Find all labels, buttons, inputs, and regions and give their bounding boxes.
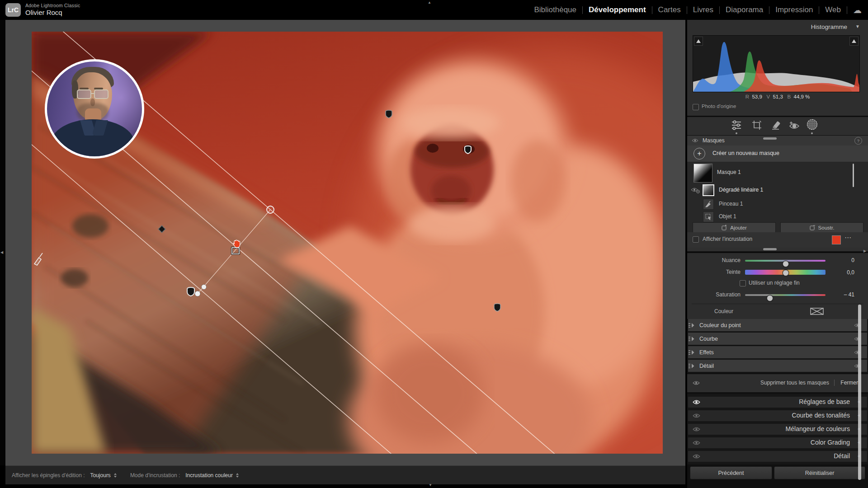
masks-panel-title: Masques: [703, 137, 725, 144]
module-livres[interactable]: Livres: [693, 5, 713, 14]
nav-separator: [652, 6, 652, 14]
panel-eye-icon[interactable]: [693, 440, 700, 446]
red-eye-tool-icon[interactable]: [788, 120, 800, 131]
panel-color-grading[interactable]: Color Grading ◄: [688, 437, 867, 448]
module-cartes[interactable]: Cartes: [658, 5, 681, 14]
brush-component-icon[interactable]: [703, 199, 714, 210]
highlight-clipping-indicator[interactable]: [849, 37, 859, 46]
subpanel-couleur-du-point[interactable]: Couleur du point: [688, 319, 867, 331]
tool-strip: [687, 117, 868, 136]
previous-button[interactable]: Précédent: [690, 466, 772, 479]
module-web[interactable]: Web: [825, 5, 841, 14]
object-select-component-icon[interactable]: [703, 211, 714, 222]
mask-component-label[interactable]: Objet 1: [719, 213, 736, 220]
mask-component-label[interactable]: Pinceau 1: [719, 201, 743, 207]
mask-subpanels: Couleur du point Courbe Effets: [687, 319, 868, 373]
saturation-slider-thumb[interactable]: [767, 295, 773, 301]
right-panel-collapse-icon[interactable]: ▶: [863, 249, 866, 253]
masks-panel-header[interactable]: Masques ?: [687, 136, 868, 145]
module-impression[interactable]: Impression: [775, 5, 813, 14]
fine-adjust-checkbox[interactable]: [740, 280, 746, 286]
panel-eye-icon[interactable]: [693, 454, 700, 459]
panel-eye-icon-on[interactable]: [693, 399, 700, 405]
overlay-eye-icon[interactable]: [693, 380, 700, 385]
mask-pin[interactable]: [187, 287, 194, 296]
crop-tool-icon[interactable]: [751, 120, 762, 131]
webcam-overlay: [45, 59, 144, 159]
mask-adjustments: Nuance 0 Teinte 0,0 Utiliser un réglage …: [687, 252, 868, 319]
dropdown-stepper-icon[interactable]: [114, 473, 117, 478]
module-developpement[interactable]: Développement: [589, 5, 646, 14]
shadow-clipping-indicator[interactable]: [694, 37, 703, 46]
masks-list-scrollbar[interactable]: [853, 164, 854, 187]
panel-eye-icon[interactable]: [693, 427, 700, 432]
panel-detail[interactable]: Détail ◄: [688, 451, 867, 462]
close-masks-button[interactable]: Fermer: [840, 380, 858, 386]
reset-button[interactable]: Réinitialiser: [774, 466, 865, 479]
develop-canvas: [5, 20, 685, 465]
delete-all-masks-button[interactable]: Supprimer tous les masques: [760, 380, 829, 386]
mask-pin[interactable]: [494, 304, 500, 311]
subpanel-detail[interactable]: Détail: [688, 360, 867, 372]
teinte-slider-track[interactable]: [745, 270, 826, 275]
mask-component-thumbnail-selected[interactable]: [703, 184, 714, 196]
create-mask-plus-icon[interactable]: +: [693, 148, 705, 160]
original-photo-checkbox[interactable]: [693, 104, 699, 110]
right-panel-scrollbar[interactable]: [858, 305, 861, 480]
module-diaporama[interactable]: Diaporama: [726, 5, 763, 14]
nuance-slider-row: Nuance 0: [687, 257, 868, 265]
bottom-panel-collapse-icon[interactable]: ▼: [429, 483, 432, 487]
nuance-slider-thumb[interactable]: [783, 261, 789, 267]
dropdown-stepper-icon[interactable]: [236, 473, 239, 478]
saturation-slider-track[interactable]: [745, 294, 826, 296]
nav-separator: [582, 6, 583, 14]
panel-reglages-de-base[interactable]: Réglages de base ◄: [688, 397, 867, 408]
panel-drag-handle[interactable]: [763, 137, 777, 140]
subpanel-courbe[interactable]: Courbe: [688, 333, 867, 345]
masks-visibility-eye-icon[interactable]: [692, 138, 698, 143]
overlay-options-menu-icon[interactable]: ⋯: [844, 234, 852, 242]
component-visibility-eye-minus-icon[interactable]: [691, 187, 700, 193]
gradient-center-handle[interactable]: [267, 206, 274, 213]
mask-component-label[interactable]: Dégradé linéaire 1: [719, 187, 763, 193]
overlay-row: Afficher l'incrustation ⋯: [687, 232, 868, 248]
gradient-edge-handle[interactable]: [202, 285, 207, 290]
basic-adjustments-tool-icon[interactable]: [731, 120, 742, 131]
nuance-slider-track[interactable]: [745, 260, 826, 262]
masking-tool-icon[interactable]: [807, 119, 817, 130]
color-swatch-none[interactable]: [810, 308, 824, 315]
teinte-slider-thumb[interactable]: [783, 270, 789, 276]
histogram-collapse-icon[interactable]: ▼: [855, 24, 860, 29]
left-panel-strip[interactable]: [0, 20, 5, 465]
saturation-value: – 41: [844, 291, 854, 298]
mask-thumbnail[interactable]: [693, 164, 712, 183]
overlay-color-swatch[interactable]: [832, 235, 841, 244]
overlay-mode-dropdown[interactable]: Incrustation couleur: [185, 472, 233, 479]
mask-item-label[interactable]: Masque 1: [717, 169, 741, 175]
cloud-sync-icon[interactable]: ☁: [853, 6, 862, 14]
mask-pin[interactable]: [386, 110, 392, 118]
histogram-title[interactable]: Histogramme: [811, 23, 847, 30]
gradient-edge-handle[interactable]: [195, 291, 200, 296]
histogram-graph[interactable]: [693, 35, 860, 92]
edit-pins-dropdown[interactable]: Toujours: [90, 472, 111, 479]
panel-courbe-des-tonalites[interactable]: Courbe des tonalités ◄: [688, 410, 867, 421]
help-icon[interactable]: ?: [854, 137, 862, 145]
panel-eye-icon[interactable]: [693, 413, 700, 418]
masks-list: Masque 1 Dégradé linéaire 1 Pinceau 1: [687, 162, 868, 232]
subpanel-effets[interactable]: Effets: [688, 346, 867, 358]
divider: [692, 304, 863, 304]
subtract-from-mask-button[interactable]: Soustr.: [780, 222, 863, 233]
left-panel-reveal-icon[interactable]: ◀: [0, 250, 3, 254]
healing-remove-tool-icon[interactable]: [770, 120, 782, 131]
panel-resize-handle[interactable]: [763, 248, 777, 250]
teinte-label: Teinte: [690, 269, 741, 275]
panel-melangeur-de-couleurs[interactable]: Mélangeur de couleurs ◄: [688, 424, 867, 435]
mask-pin-selected[interactable]: [465, 146, 471, 154]
add-to-mask-button[interactable]: Ajouter: [693, 222, 776, 233]
module-bibliotheque[interactable]: Bibliothèque: [534, 5, 576, 14]
create-mask-row[interactable]: + Créer un nouveau masque: [687, 145, 868, 162]
top-panel-collapse-icon[interactable]: ▲: [428, 0, 431, 5]
expander-icon: [688, 363, 695, 369]
show-overlay-checkbox[interactable]: [693, 236, 699, 243]
